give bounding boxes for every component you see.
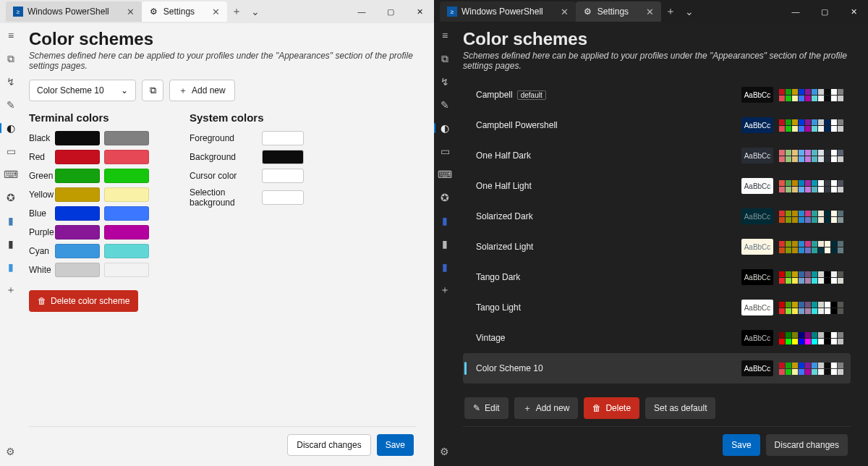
close-icon[interactable]: ✕ [561, 7, 569, 17]
scheme-row[interactable]: CampbelldefaultAaBbCc [463, 80, 851, 110]
discard-button[interactable]: Discard changes [766, 434, 848, 456]
chevron-down-icon[interactable]: ⌄ [680, 6, 699, 17]
color-swatch-dark[interactable] [55, 244, 100, 258]
startup-icon[interactable]: ⧉ [438, 52, 451, 65]
powershell-icon: ≥ [13, 7, 23, 17]
color-swatch-dark[interactable] [55, 150, 100, 164]
color-swatch-bright[interactable] [104, 150, 149, 164]
color-swatch-dark[interactable] [55, 169, 100, 183]
scheme-row[interactable]: Solarized DarkAaBbCc [463, 201, 851, 232]
color-swatch-bright[interactable] [104, 169, 149, 183]
profile-powershell-icon[interactable]: ▮ [438, 214, 451, 227]
color-swatch-bright[interactable] [104, 187, 149, 202]
defaults-icon[interactable]: ✪ [438, 191, 451, 204]
scheme-name: Tango Dark [476, 272, 520, 282]
maximize-button[interactable]: ▢ [376, 1, 405, 22]
tab-powershell[interactable]: ≥ Windows PowerShell ✕ [440, 1, 576, 22]
color-swatch-dark[interactable] [55, 263, 100, 277]
add-new-button[interactable]: ＋ Add new [169, 80, 235, 101]
save-button[interactable]: Save [723, 434, 760, 456]
profile-cmd-icon[interactable]: ▮ [438, 237, 451, 250]
color-schemes-icon[interactable]: ◐ [4, 122, 17, 135]
interaction-icon[interactable]: ↯ [4, 75, 17, 88]
plus-icon: ＋ [523, 402, 532, 415]
color-swatch-bright[interactable] [104, 131, 149, 145]
edit-button[interactable]: ✎Edit [464, 397, 509, 419]
palette-preview [779, 150, 843, 162]
profile-azure-icon[interactable]: ▮ [438, 260, 451, 274]
chevron-down-icon[interactable]: ⌄ [246, 6, 265, 17]
color-swatch-dark[interactable] [55, 187, 100, 202]
scheme-row[interactable]: Campbell PowershellAaBbCc [463, 110, 851, 140]
scheme-row[interactable]: Solarized LightAaBbCc [463, 232, 851, 262]
rename-icon: ⧉ [150, 85, 156, 96]
actions-icon[interactable]: ⌨ [438, 168, 451, 181]
delete-scheme-button[interactable]: 🗑 Delete color scheme [29, 290, 138, 312]
text-preview: AaBbCc [741, 178, 773, 194]
close-button[interactable]: ✕ [405, 1, 434, 22]
profile-powershell-icon[interactable]: ▮ [4, 214, 17, 227]
scheme-row[interactable]: Tango LightAaBbCc [463, 292, 851, 323]
scheme-dropdown[interactable]: Color Scheme 10 ⌄ [29, 80, 136, 101]
text-preview: AaBbCc [741, 330, 773, 346]
color-swatch-dark[interactable] [55, 131, 100, 145]
appearance-icon[interactable]: ✎ [438, 98, 451, 111]
delete-button[interactable]: 🗑Delete [584, 397, 639, 419]
close-icon[interactable]: ✕ [212, 7, 220, 17]
profile-azure-icon[interactable]: ▮ [4, 260, 17, 274]
color-swatch-bright[interactable] [104, 244, 149, 258]
scheme-name: Vintage [476, 333, 505, 343]
gear-icon[interactable]: ⚙ [440, 446, 449, 457]
close-button[interactable]: ✕ [839, 1, 868, 22]
scheme-row[interactable]: Tango DarkAaBbCc [463, 262, 851, 292]
profile-cmd-icon[interactable]: ▮ [4, 237, 17, 250]
system-color-swatch[interactable] [262, 150, 304, 164]
scheme-name: Campbell [476, 90, 513, 100]
color-swatch-dark[interactable] [55, 206, 100, 221]
add-profile-icon[interactable]: ＋ [4, 284, 17, 297]
tab-settings[interactable]: ⚙ Settings ✕ [576, 1, 661, 22]
tab-settings[interactable]: ⚙ Settings ✕ [142, 1, 227, 22]
interaction-icon[interactable]: ↯ [438, 75, 451, 88]
rendering-icon[interactable]: ▭ [438, 145, 451, 158]
defaults-icon[interactable]: ✪ [4, 191, 17, 204]
actions-icon[interactable]: ⌨ [4, 168, 17, 181]
rename-button[interactable]: ⧉ [142, 80, 163, 101]
menu-icon[interactable]: ≡ [4, 29, 17, 42]
scheme-row[interactable]: Color Scheme 10AaBbCc [463, 353, 851, 384]
close-icon[interactable]: ✕ [646, 7, 654, 17]
system-color-swatch[interactable] [262, 169, 304, 183]
close-icon[interactable]: ✕ [127, 7, 135, 17]
color-swatch-dark[interactable] [55, 225, 100, 240]
maximize-button[interactable]: ▢ [810, 1, 839, 22]
dropdown-value: Color Scheme 10 [37, 85, 104, 96]
save-button[interactable]: Save [377, 434, 414, 456]
rendering-icon[interactable]: ▭ [4, 145, 17, 158]
scheme-name: One Half Dark [476, 151, 531, 161]
discard-button[interactable]: Discard changes [287, 434, 370, 456]
startup-icon[interactable]: ⧉ [4, 52, 17, 65]
color-schemes-icon[interactable]: ◐ [438, 122, 451, 135]
set-default-button[interactable]: Set as default [645, 397, 715, 419]
add-profile-icon[interactable]: ＋ [438, 284, 451, 297]
minimize-button[interactable]: ― [781, 1, 810, 22]
add-new-button[interactable]: ＋Add new [514, 397, 579, 419]
system-color-swatch[interactable] [262, 190, 304, 205]
scheme-row[interactable]: One Half LightAaBbCc [463, 171, 851, 201]
palette-preview [779, 89, 843, 101]
add-tab-icon[interactable]: ＋ [227, 5, 246, 18]
menu-icon[interactable]: ≡ [438, 29, 451, 42]
gear-icon[interactable]: ⚙ [6, 446, 15, 457]
system-color-label: Foreground [190, 133, 253, 143]
scheme-row[interactable]: VintageAaBbCc [463, 323, 851, 353]
trash-icon: 🗑 [38, 296, 46, 306]
appearance-icon[interactable]: ✎ [4, 98, 17, 111]
color-swatch-bright[interactable] [104, 206, 149, 221]
scheme-row[interactable]: One Half DarkAaBbCc [463, 140, 851, 171]
system-color-swatch[interactable] [262, 131, 304, 145]
color-swatch-bright[interactable] [104, 263, 149, 277]
color-swatch-bright[interactable] [104, 225, 149, 240]
add-tab-icon[interactable]: ＋ [661, 5, 680, 18]
minimize-button[interactable]: ― [347, 1, 376, 22]
tab-powershell[interactable]: ≥ Windows PowerShell ✕ [6, 1, 142, 22]
